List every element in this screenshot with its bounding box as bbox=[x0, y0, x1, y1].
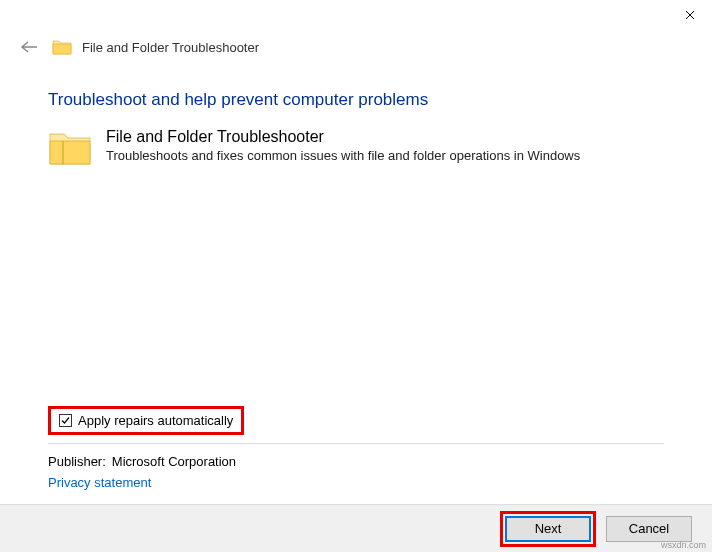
item-description: Troubleshoots and fixes common issues wi… bbox=[106, 148, 580, 163]
folder-icon-large bbox=[48, 128, 92, 168]
back-arrow-icon[interactable] bbox=[16, 40, 42, 54]
apply-repairs-label: Apply repairs automatically bbox=[78, 413, 233, 428]
cancel-button[interactable]: Cancel bbox=[606, 516, 692, 542]
apply-repairs-checkbox[interactable] bbox=[59, 414, 72, 427]
watermark: wsxdn.com bbox=[661, 540, 706, 550]
checkmark-icon bbox=[61, 416, 70, 425]
privacy-statement-link[interactable]: Privacy statement bbox=[48, 475, 664, 490]
publisher-row: Publisher: Microsoft Corporation bbox=[48, 454, 664, 469]
close-button[interactable] bbox=[667, 0, 712, 30]
footer-bar: Next Cancel bbox=[0, 504, 712, 552]
publisher-label: Publisher: bbox=[48, 454, 106, 469]
folder-icon-small bbox=[52, 38, 72, 56]
next-button-highlight: Next bbox=[500, 511, 596, 547]
apply-repairs-option[interactable]: Apply repairs automatically bbox=[48, 406, 244, 435]
header-row: File and Folder Troubleshooter bbox=[0, 30, 712, 70]
divider bbox=[48, 443, 664, 444]
main-content: Troubleshoot and help prevent computer p… bbox=[0, 90, 712, 168]
next-button[interactable]: Next bbox=[505, 516, 591, 542]
section-heading: Troubleshoot and help prevent computer p… bbox=[48, 90, 664, 110]
titlebar bbox=[0, 0, 712, 30]
item-title: File and Folder Troubleshooter bbox=[106, 128, 580, 146]
close-icon bbox=[685, 10, 695, 20]
publisher-value: Microsoft Corporation bbox=[112, 454, 236, 469]
window-title: File and Folder Troubleshooter bbox=[82, 40, 259, 55]
troubleshooter-item: File and Folder Troubleshooter Troublesh… bbox=[48, 128, 664, 168]
